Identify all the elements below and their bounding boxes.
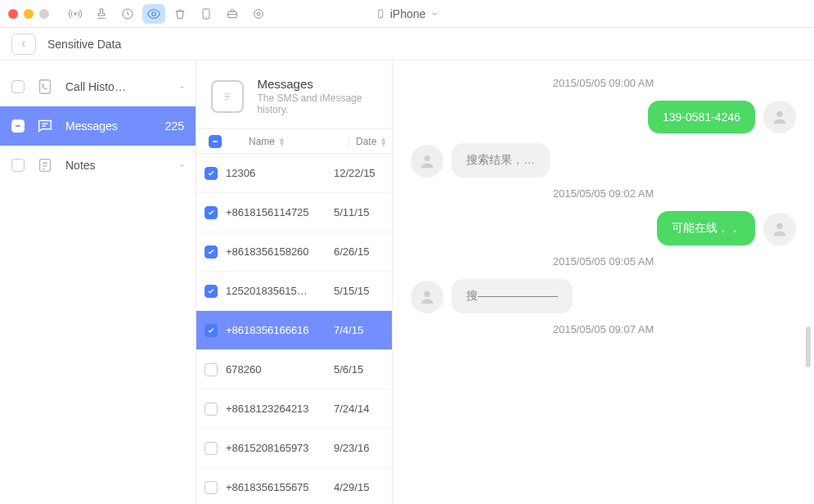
thread-name: +8618356158260: [226, 245, 326, 258]
chevron-down-icon: [430, 10, 438, 18]
thread-date: 6/26/15: [334, 245, 369, 258]
thread-name: +8618123264213: [226, 403, 326, 415]
select-all-checkbox[interactable]: [209, 135, 222, 148]
message-row: 搜索结果，…: [411, 143, 796, 178]
device-name: iPhone: [390, 7, 426, 20]
timestamp: 2015/05/05 09:02 AM: [411, 187, 796, 200]
thread-row[interactable]: 1230612/22/15: [196, 154, 392, 193]
sidebar-item-notes[interactable]: Notes -: [0, 146, 196, 185]
svg-point-5: [254, 9, 263, 18]
thread-name: +8615208165973: [226, 442, 326, 454]
thread-name: +8618156114725: [226, 206, 326, 218]
thread-checkbox[interactable]: [205, 403, 218, 416]
back-button[interactable]: [11, 34, 36, 55]
thread-date: 7/24/14: [334, 403, 369, 415]
device-selector[interactable]: iPhone: [376, 7, 439, 20]
checkbox[interactable]: [11, 159, 25, 172]
sidebar-count: 225: [165, 119, 184, 133]
close-window-button[interactable]: [8, 9, 18, 19]
avatar: [763, 213, 796, 245]
thread-row[interactable]: 125201835615…5/15/15: [196, 272, 392, 311]
phone-log-icon: [36, 78, 54, 96]
thread-list: Messages The SMS and iMessage history. N…: [196, 61, 393, 504]
thread-date: 9/23/16: [334, 442, 369, 454]
thread-checkbox[interactable]: [205, 206, 218, 219]
timestamp: 2015/05/05 09:07 AM: [411, 323, 796, 335]
svg-point-11: [424, 155, 429, 161]
sidebar-count: -: [180, 80, 184, 93]
thread-list-title: Messages: [257, 77, 377, 91]
message-row: 搜———————: [411, 279, 796, 313]
thread-checkbox[interactable]: [205, 245, 218, 259]
thread-checkbox[interactable]: [205, 442, 218, 455]
messages-large-icon: [211, 80, 244, 113]
messages-icon: [36, 117, 54, 135]
svg-point-12: [776, 223, 782, 229]
thread-name: 125201835615…: [226, 285, 326, 297]
column-date[interactable]: Date ▲▼: [349, 136, 392, 147]
thread-name: +8618356155675: [226, 481, 326, 493]
svg-point-0: [74, 12, 77, 15]
eye-icon[interactable]: [142, 4, 165, 24]
timestamp: 2015/05/05 09:05 AM: [411, 255, 796, 268]
incoming-message: 搜索结果，…: [452, 143, 550, 178]
toolbar-icons: [64, 4, 270, 24]
sort-icon: ▲▼: [278, 137, 286, 146]
checkbox-partial[interactable]: [11, 119, 25, 133]
svg-rect-8: [40, 80, 51, 94]
scrollbar[interactable]: [806, 326, 811, 367]
minimize-window-button[interactable]: [24, 9, 34, 19]
sidebar-count: -: [180, 159, 184, 172]
thread-list-subtitle: The SMS and iMessage history.: [257, 92, 377, 115]
thread-date: 5/11/15: [334, 206, 369, 218]
message-row: 可能在线，，: [411, 211, 796, 245]
svg-point-13: [424, 291, 429, 297]
thread-row[interactable]: +86152081659739/23/16: [196, 429, 392, 468]
thread-row[interactable]: +86183561582606/26/15: [196, 232, 392, 272]
tablet-icon[interactable]: [195, 4, 218, 24]
thread-checkbox[interactable]: [205, 363, 218, 376]
target-icon[interactable]: [247, 4, 270, 24]
briefcase-icon[interactable]: [221, 4, 244, 24]
thread-name: +8618356166616: [226, 324, 326, 336]
sidebar-label: Call Histo…: [65, 80, 169, 93]
broadcast-icon[interactable]: [64, 4, 87, 24]
thread-date: 5/15/15: [334, 285, 369, 297]
thread-checkbox[interactable]: [205, 324, 218, 337]
notes-icon: [36, 156, 54, 174]
thread-row[interactable]: +86181232642137/24/14: [196, 389, 392, 429]
thread-date: 12/22/15: [334, 167, 376, 179]
phone-icon: [376, 7, 385, 20]
checkbox[interactable]: [11, 80, 25, 93]
thread-name: 12306: [226, 167, 326, 179]
thread-date: 5/6/15: [334, 363, 363, 376]
title-bar: iPhone: [0, 0, 814, 28]
thread-row[interactable]: +86183561556754/29/15: [196, 468, 392, 504]
thread-name: 678260: [226, 363, 326, 376]
avatar: [411, 281, 443, 313]
window-controls: [8, 9, 49, 19]
sidebar-label: Notes: [65, 159, 169, 172]
trash-icon[interactable]: [169, 4, 191, 24]
column-name[interactable]: Name ▲▼: [226, 136, 349, 147]
timestamp: 2015/05/05 09:00 AM: [411, 77, 796, 89]
thread-row[interactable]: 6782605/6/15: [196, 350, 392, 389]
sidebar-label: Messages: [65, 119, 154, 133]
avatar: [763, 101, 796, 133]
clock-icon[interactable]: [116, 4, 139, 24]
thread-checkbox[interactable]: [205, 285, 218, 298]
thread-row[interactable]: +86183561666167/4/15: [196, 311, 392, 350]
thread-row[interactable]: +86181561147255/11/15: [196, 193, 392, 232]
thread-checkbox[interactable]: [205, 167, 218, 180]
thread-checkbox[interactable]: [205, 481, 218, 494]
outgoing-message: 139-0581-4246: [648, 101, 755, 133]
breadcrumb-title: Sensitive Data: [47, 38, 121, 51]
stamp-icon[interactable]: [90, 4, 113, 24]
sidebar-item-messages[interactable]: Messages 225: [0, 106, 196, 146]
thread-date: 7/4/15: [334, 324, 363, 336]
sort-icon: ▲▼: [380, 137, 387, 146]
sidebar-item-call-history[interactable]: Call Histo… -: [0, 67, 196, 106]
chevron-left-icon: [20, 39, 28, 49]
message-row: 139-0581-4246: [411, 101, 796, 133]
maximize-window-button[interactable]: [39, 9, 49, 19]
